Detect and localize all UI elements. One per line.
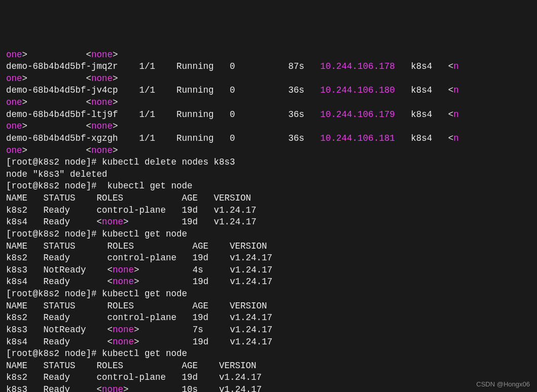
watermark: CSDN @Hongx06 — [476, 380, 530, 389]
terminal-output[interactable]: one> <none> demo-68b4b4d5bf-jmq2r 1/1 Ru… — [6, 49, 531, 393]
